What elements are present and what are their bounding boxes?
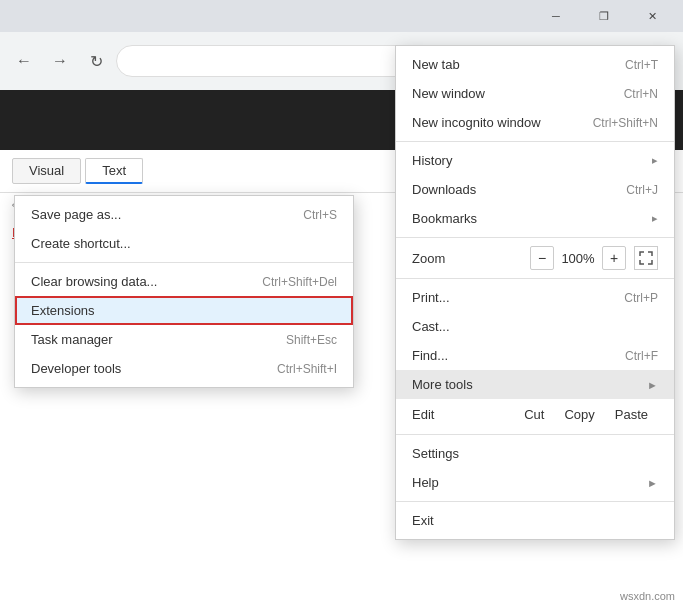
tab-visual[interactable]: Visual xyxy=(12,158,81,184)
zoom-row: Zoom − 100% + xyxy=(396,242,674,274)
menu-exit[interactable]: Exit xyxy=(396,506,674,535)
menu-sep-1 xyxy=(396,141,674,142)
menu-settings[interactable]: Settings xyxy=(396,439,674,468)
menu-new-tab[interactable]: New tab Ctrl+T xyxy=(396,50,674,79)
ctx-separator-1 xyxy=(15,262,353,263)
context-menu-left: Save page as... Ctrl+S Create shortcut..… xyxy=(14,195,354,388)
tab-text[interactable]: Text xyxy=(85,158,143,184)
zoom-value: 100% xyxy=(558,251,598,266)
menu-downloads[interactable]: Downloads Ctrl+J xyxy=(396,175,674,204)
edit-cut-button[interactable]: Cut xyxy=(514,403,554,426)
watermark: wsxdn.com xyxy=(620,590,675,602)
menu-sep-2 xyxy=(396,237,674,238)
menu-more-tools[interactable]: More tools ► xyxy=(396,370,674,399)
ctx-extensions[interactable]: Extensions xyxy=(15,296,353,325)
forward-button[interactable]: → xyxy=(44,45,76,77)
refresh-button[interactable]: ↻ xyxy=(80,45,112,77)
ctx-save-page[interactable]: Save page as... Ctrl+S xyxy=(15,200,353,229)
back-button[interactable]: ← xyxy=(8,45,40,77)
chrome-menu: New tab Ctrl+T New window Ctrl+N New inc… xyxy=(395,45,675,540)
ctx-task-manager[interactable]: Task manager Shift+Esc xyxy=(15,325,353,354)
menu-find[interactable]: Find... Ctrl+F xyxy=(396,341,674,370)
menu-sep-4 xyxy=(396,434,674,435)
zoom-control: − 100% + xyxy=(530,246,626,270)
ctx-create-shortcut[interactable]: Create shortcut... xyxy=(15,229,353,258)
ctx-clear-browsing[interactable]: Clear browsing data... Ctrl+Shift+Del xyxy=(15,267,353,296)
restore-button[interactable]: ❐ xyxy=(581,0,627,32)
menu-sep-3 xyxy=(396,278,674,279)
menu-cast[interactable]: Cast... xyxy=(396,312,674,341)
edit-copy-button[interactable]: Copy xyxy=(554,403,604,426)
minimize-button[interactable]: ─ xyxy=(533,0,579,32)
menu-print[interactable]: Print... Ctrl+P xyxy=(396,283,674,312)
menu-help[interactable]: Help ► xyxy=(396,468,674,497)
close-button[interactable]: ✕ xyxy=(629,0,675,32)
menu-sep-5 xyxy=(396,501,674,502)
menu-new-window[interactable]: New window Ctrl+N xyxy=(396,79,674,108)
ctx-developer-tools[interactable]: Developer tools Ctrl+Shift+I xyxy=(15,354,353,383)
zoom-minus-button[interactable]: − xyxy=(530,246,554,270)
zoom-fullscreen-button[interactable] xyxy=(634,246,658,270)
edit-paste-button[interactable]: Paste xyxy=(605,403,658,426)
menu-history[interactable]: History ▸ xyxy=(396,146,674,175)
title-bar: ─ ❐ ✕ xyxy=(0,0,683,32)
menu-new-incognito[interactable]: New incognito window Ctrl+Shift+N xyxy=(396,108,674,137)
edit-row: Edit Cut Copy Paste xyxy=(396,399,674,430)
menu-bookmarks[interactable]: Bookmarks ▸ xyxy=(396,204,674,233)
zoom-plus-button[interactable]: + xyxy=(602,246,626,270)
